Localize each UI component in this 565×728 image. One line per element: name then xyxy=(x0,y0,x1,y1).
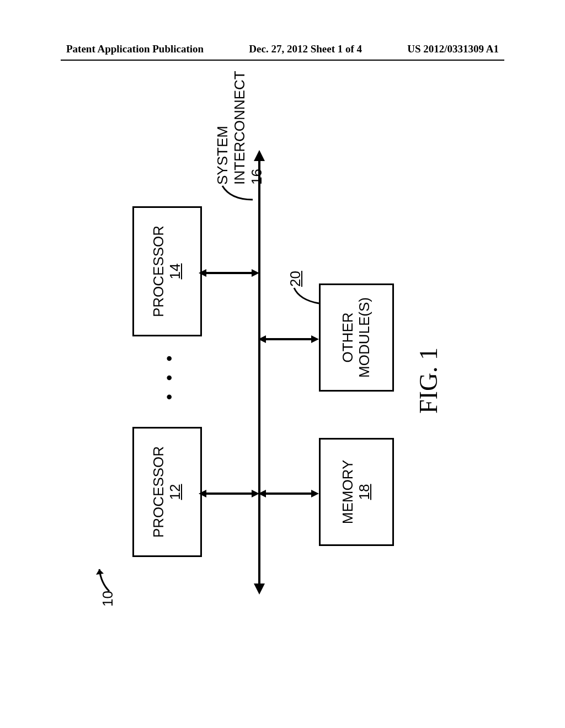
memory-ref: 18 xyxy=(356,484,373,500)
svg-marker-9 xyxy=(311,490,319,497)
other-line1: OTHER xyxy=(340,313,356,363)
svg-marker-5 xyxy=(199,269,206,277)
interconnect-label: SYSTEM INTERCONNECT 16 xyxy=(214,71,265,185)
other-ref-hook xyxy=(291,282,324,304)
header-center: Dec. 27, 2012 Sheet 1 of 4 xyxy=(249,43,362,55)
other-line2: MODULE(S) xyxy=(356,297,373,378)
diagram-canvas: 10 PROCESSOR 12 • • • PROCESSOR 14 xyxy=(105,121,447,618)
svg-marker-2 xyxy=(199,490,206,497)
memory-title: MEMORY xyxy=(340,460,356,524)
other-ref-label: 20 xyxy=(287,271,304,287)
header-rule xyxy=(61,60,504,61)
figure-label: FIG. 1 xyxy=(414,347,443,414)
interconnect-arrow-left xyxy=(254,584,265,595)
processor-14-title: PROCESSOR xyxy=(151,226,167,317)
svg-marker-12 xyxy=(311,335,319,343)
header-left: Patent Application Publication xyxy=(66,43,204,55)
ellipsis: • • • xyxy=(160,351,179,400)
svg-marker-8 xyxy=(258,490,266,497)
system-ref-arrow xyxy=(98,558,120,591)
processor-12-title: PROCESSOR xyxy=(151,446,167,538)
processor-12-box: PROCESSOR 12 xyxy=(132,427,202,557)
interconnect-hook xyxy=(222,180,255,202)
system-interconnect-line xyxy=(258,160,260,585)
figure-area: 10 PROCESSOR 12 • • • PROCESSOR 14 xyxy=(83,99,469,640)
system-ref-label: 10 xyxy=(99,591,116,607)
conn-other xyxy=(258,334,320,345)
conn-proc14 xyxy=(199,267,260,279)
conn-memory xyxy=(258,488,320,499)
page-header: Patent Application Publication Dec. 27, … xyxy=(0,43,565,55)
processor-12-ref: 12 xyxy=(167,484,184,500)
processor-14-box: PROCESSOR 14 xyxy=(132,206,202,336)
header-right: US 2012/0331309 A1 xyxy=(407,43,499,55)
svg-marker-11 xyxy=(258,335,266,343)
memory-box: MEMORY 18 xyxy=(319,438,394,546)
svg-marker-0 xyxy=(96,569,104,575)
conn-proc12 xyxy=(199,488,260,499)
svg-marker-6 xyxy=(252,269,259,277)
processor-14-ref: 14 xyxy=(167,264,184,280)
other-modules-box: OTHER MODULE(S) xyxy=(319,283,394,392)
